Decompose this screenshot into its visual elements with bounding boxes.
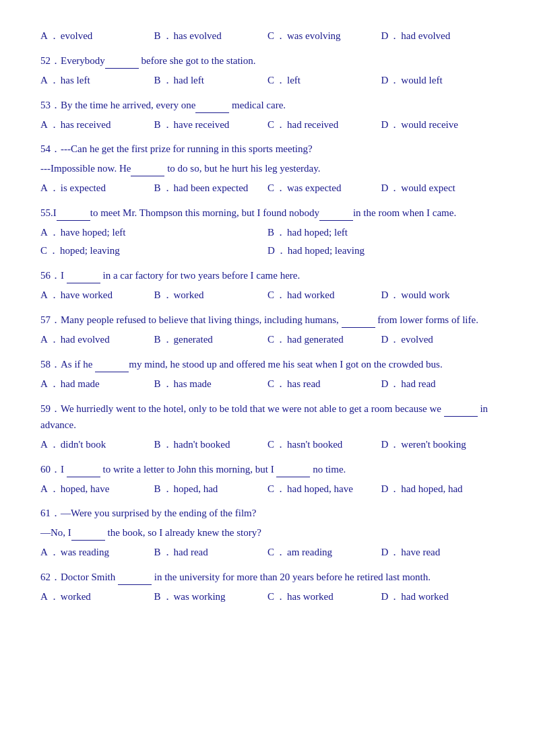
option-item: C．had worked	[268, 286, 381, 304]
option-item: B．had hoped; left	[268, 224, 495, 242]
option-item: A．was reading	[40, 543, 154, 561]
q61-text-line1: 61．—Were you surprised by the ending of …	[40, 505, 495, 521]
q51-options-block: A．evolved B．has evolved C．was evolving D…	[40, 27, 495, 45]
option-item: A．have hoped; left	[40, 224, 268, 242]
option-item: B．hoped, had	[154, 480, 268, 498]
option-item: D．had worked	[381, 588, 495, 606]
option-item: B．has evolved	[154, 27, 268, 45]
option-item: C．left	[268, 71, 381, 90]
q54-text-line2: ---Impossible now. He to do so, but he h…	[40, 160, 495, 176]
q55-options: A．have hoped; left B．had hoped; left C．h…	[40, 224, 495, 260]
q51-options-row: A．evolved B．has evolved C．was evolving D…	[40, 27, 495, 45]
q62-blank	[118, 568, 152, 585]
option-item: B．worked	[154, 286, 268, 304]
q59-blank	[444, 400, 478, 417]
option-item: D．would receive	[381, 116, 495, 134]
q56-text: 56．I in a car factory for two years befo…	[40, 267, 495, 283]
option-item: C．hasn't booked	[268, 436, 381, 454]
option-item: B．had read	[154, 543, 268, 561]
q60-blank1	[67, 460, 100, 477]
q60-text: 60．I to write a letter to John this morn…	[40, 460, 495, 477]
q53-blank	[195, 96, 229, 113]
q60-blank2	[276, 460, 310, 477]
option-item: A．didn't book	[40, 436, 154, 454]
q55-blank2	[319, 204, 353, 221]
q62-options: A．worked B．was working C．has worked D．ha…	[40, 588, 495, 606]
option-item: D．weren't booking	[381, 436, 495, 454]
option-item: D．would left	[381, 71, 495, 90]
option-item: C．has worked	[268, 588, 381, 606]
option-item: A．had made	[40, 375, 154, 393]
q61-block: 61．—Were you surprised by the ending of …	[40, 505, 495, 561]
q52-text: 52．Everybody before she got to the stati…	[40, 52, 495, 69]
q52-options: A．has left B．had left C．left D．would lef…	[40, 71, 495, 90]
q61-options: A．was reading B．had read C．am reading D．…	[40, 543, 495, 561]
option-item: D．would work	[381, 286, 495, 304]
q58-blank	[95, 355, 129, 372]
option-item: A．worked	[40, 588, 154, 606]
q58-block: 58．As if he my mind, he stood up and off…	[40, 355, 495, 393]
option-item: B．had left	[154, 71, 268, 90]
option-item: D．had read	[381, 375, 495, 393]
q57-block: 57．Many people refused to believe that l…	[40, 311, 495, 349]
option-item: A．is expected	[40, 179, 154, 197]
q59-options: A．didn't book B．hadn't booked C．hasn't b…	[40, 436, 495, 454]
option-item: C．had received	[268, 116, 381, 134]
q56-blank	[67, 267, 100, 283]
option-item: D．evolved	[381, 331, 495, 349]
option-item: C．had generated	[268, 331, 381, 349]
option-item: B．hadn't booked	[154, 436, 268, 454]
q58-options: A．had made B．has made C．has read D．had r…	[40, 375, 495, 393]
option-item: D．had hoped; leaving	[268, 242, 495, 260]
q56-options: A．have worked B．worked C．had worked D．wo…	[40, 286, 495, 304]
option-item: C．was expected	[268, 179, 381, 197]
option-item: D．had hoped, had	[381, 480, 495, 498]
option-item: A．evolved	[40, 27, 154, 45]
q52-blank	[105, 52, 139, 69]
q61-blank	[71, 524, 105, 541]
q61-text-line2: —No, I the book, so I already knew the s…	[40, 524, 495, 541]
q53-block: 53．By the time he arrived, every one med…	[40, 96, 495, 134]
q52-block: 52．Everybody before she got to the stati…	[40, 52, 495, 90]
option-item: A．had evolved	[40, 331, 154, 349]
q57-text: 57．Many people refused to believe that l…	[40, 311, 495, 328]
q53-text: 53．By the time he arrived, every one med…	[40, 96, 495, 113]
q59-block: 59．We hurriedly went to the hotel, only …	[40, 400, 495, 454]
option-item: D．had evolved	[381, 27, 495, 45]
q55-blank1	[57, 204, 90, 221]
option-item: C．had hoped, have	[268, 480, 381, 498]
q55-block: 55.I to meet Mr. Thompson this morning, …	[40, 204, 495, 260]
option-item: C．hoped; leaving	[40, 242, 268, 260]
q60-options: A．hoped, have B．hoped, had C．had hoped, …	[40, 480, 495, 498]
q59-text: 59．We hurriedly went to the hotel, only …	[40, 400, 495, 433]
option-item: D．have read	[381, 543, 495, 561]
q57-blank	[342, 311, 375, 328]
q55-text: 55.I to meet Mr. Thompson this morning, …	[40, 204, 495, 221]
q60-block: 60．I to write a letter to John this morn…	[40, 460, 495, 498]
q54-text-line1: 54．---Can he get the first prize for run…	[40, 141, 495, 157]
option-item: A．hoped, have	[40, 480, 154, 498]
q53-options: A．has received B．have received C．had rec…	[40, 116, 495, 134]
option-item: C．was evolving	[268, 27, 381, 45]
option-item: A．has received	[40, 116, 154, 134]
q54-block: 54．---Can he get the first prize for run…	[40, 141, 495, 197]
option-item: C．am reading	[268, 543, 381, 561]
q57-options: A．had evolved B．generated C．had generate…	[40, 331, 495, 349]
option-item: B．generated	[154, 331, 268, 349]
option-item: B．was working	[154, 588, 268, 606]
option-item: B．has made	[154, 375, 268, 393]
option-item: D．would expect	[381, 179, 495, 197]
q62-block: 62．Doctor Smith in the university for mo…	[40, 568, 495, 606]
q56-block: 56．I in a car factory for two years befo…	[40, 267, 495, 304]
option-item: A．has left	[40, 71, 154, 90]
q58-text: 58．As if he my mind, he stood up and off…	[40, 355, 495, 372]
q54-blank	[131, 160, 164, 176]
worksheet: A．evolved B．has evolved C．was evolving D…	[40, 27, 495, 606]
option-item: B．have received	[154, 116, 268, 134]
q62-text: 62．Doctor Smith in the university for mo…	[40, 568, 495, 585]
option-item: C．has read	[268, 375, 381, 393]
q54-options: A．is expected B．had been expected C．was …	[40, 179, 495, 197]
option-item: B．had been expected	[154, 179, 268, 197]
option-item: A．have worked	[40, 286, 154, 304]
